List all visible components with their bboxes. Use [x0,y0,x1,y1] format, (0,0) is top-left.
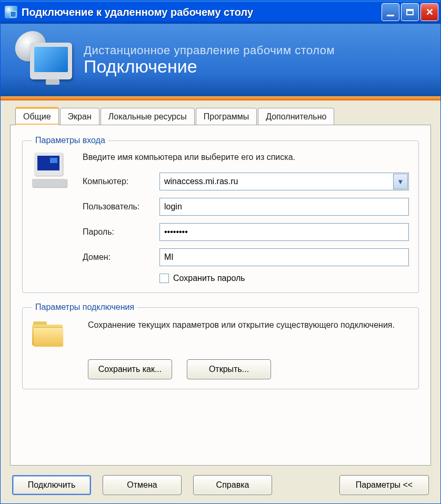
titlebar[interactable]: Подключение к удаленному рабочему столу … [1,1,440,24]
computer-input[interactable] [159,173,409,190]
help-button[interactable]: Справка [193,475,272,495]
open-button[interactable]: Открыть... [187,359,271,379]
connection-legend: Параметры подключения [32,303,137,312]
login-group: Параметры входа Введите имя компьютера и… [22,136,419,293]
minimize-button[interactable] [382,3,399,21]
rdp-window: Подключение к удаленному рабочему столу … [0,0,441,504]
tab-strip: Общие Экран Локальные ресурсы Программы … [10,108,431,125]
password-input[interactable] [159,223,409,241]
save-password-label: Сохранить пароль [173,274,245,283]
monitor-icon [30,43,72,79]
connect-button[interactable]: Подключить [12,475,91,495]
chevron-down-icon[interactable]: ▼ [393,174,408,189]
banner-title: Подключение [84,56,335,77]
connection-description: Сохранение текущих параметров или открыт… [88,319,409,331]
user-input[interactable] [159,198,409,216]
tab-general[interactable]: Общие [15,108,59,125]
tab-panel-general: Параметры входа Введите имя компьютера и… [10,125,431,466]
computer-icon [32,153,69,187]
window-controls: ✕ [382,3,438,21]
maximize-button[interactable] [401,3,419,21]
banner-graphic [15,31,78,89]
save-as-button[interactable]: Сохранить как... [88,359,172,379]
tab-display[interactable]: Экран [60,108,99,125]
save-password-checkbox[interactable] [159,274,169,283]
password-label: Пароль: [83,227,156,237]
app-icon [5,6,17,18]
folder-icon [32,321,65,348]
tab-programs[interactable]: Программы [196,108,257,125]
tab-advanced[interactable]: Дополнительно [258,108,334,125]
domain-input[interactable] [159,248,409,266]
cancel-button[interactable]: Отмена [103,475,182,495]
computer-combo[interactable]: ▼ [159,173,409,190]
tab-local-resources[interactable]: Локальные ресурсы [101,108,195,125]
banner-subtitle: Дистанционное управление рабочим столом [84,44,335,57]
footer-buttons: Подключить Отмена Справка Параметры << [10,466,431,495]
login-intro-text: Введите имя компьютера или выберите его … [83,153,409,162]
connection-group: Параметры подключения Сохранение текущих… [22,303,419,389]
client-area: Общие Экран Локальные ресурсы Программы … [1,100,440,503]
login-legend: Параметры входа [32,136,108,145]
close-button[interactable]: ✕ [420,3,438,21]
banner: Дистанционное управление рабочим столом … [1,24,440,96]
computer-label: Компьютер: [83,177,156,186]
window-title: Подключение к удаленному рабочему столу [22,6,382,18]
parameters-button[interactable]: Параметры << [339,475,429,495]
banner-divider [1,96,440,100]
user-label: Пользователь: [83,202,156,211]
save-password-row[interactable]: Сохранить пароль [159,274,409,283]
domain-label: Домен: [83,253,156,262]
